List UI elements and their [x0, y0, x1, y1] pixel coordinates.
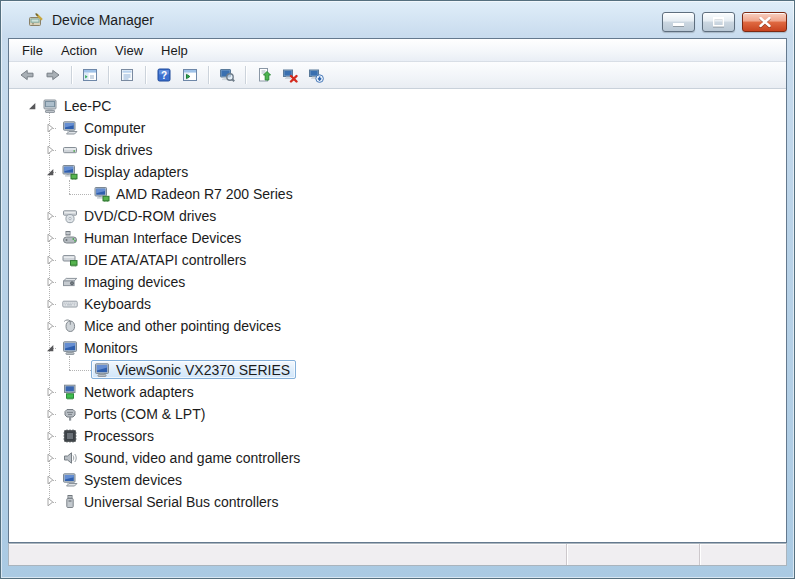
menu-view[interactable]: View [106, 40, 152, 61]
tree-item-content[interactable]: IDE ATA/ATAPI controllers [59, 250, 252, 269]
device-tree[interactable]: Lee-PCComputerDisk drivesDisplay adapter… [9, 89, 786, 542]
port-icon [62, 406, 78, 422]
expander-collapsed-icon[interactable] [45, 497, 55, 507]
properties-button[interactable] [115, 64, 139, 86]
client-area: FileActionViewHelp ? Lee-PCComputerDisk … [8, 38, 787, 543]
tree-item-monitors[interactable]: Monitors [9, 337, 786, 359]
tree-item-content[interactable]: System devices [59, 470, 188, 489]
expander-collapsed-icon[interactable] [45, 255, 55, 265]
tree-item-label: Mice and other pointing devices [84, 318, 281, 334]
close-button[interactable] [742, 12, 787, 32]
expander-expanded-icon[interactable] [45, 343, 55, 353]
help-icon: ? [156, 67, 172, 83]
toolbar-separator [145, 66, 146, 84]
update-driver-icon [256, 67, 272, 83]
show-console-tree-button[interactable] [78, 64, 102, 86]
toolbar-separator [208, 66, 209, 84]
tree-item-content[interactable]: Human Interface Devices [59, 228, 247, 247]
maximize-icon [712, 17, 725, 28]
tree-item-amd-radeon-r7-200-series[interactable]: AMD Radeon R7 200 Series [9, 183, 786, 205]
tree-item-label: Computer [84, 120, 145, 136]
tree-item-content[interactable]: Imaging devices [59, 272, 191, 291]
expander-collapsed-icon[interactable] [45, 387, 55, 397]
disable-icon [308, 67, 324, 83]
menu-file[interactable]: File [13, 40, 52, 61]
tree-item-label: AMD Radeon R7 200 Series [116, 186, 293, 202]
tree-item-content[interactable]: Mice and other pointing devices [59, 316, 287, 335]
tree-item-content[interactable]: Ports (COM & LPT) [59, 404, 211, 423]
tree-item-imaging-devices[interactable]: Imaging devices [9, 271, 786, 293]
expander-expanded-icon[interactable] [27, 101, 37, 111]
expander-collapsed-icon[interactable] [45, 321, 55, 331]
expander-collapsed-icon[interactable] [45, 453, 55, 463]
back-button[interactable] [15, 64, 39, 86]
toolbar-separator [245, 66, 246, 84]
tree-item-content[interactable]: Network adapters [59, 382, 200, 401]
expander-collapsed-icon[interactable] [45, 145, 55, 155]
tree-item-content[interactable]: Lee-PC [39, 96, 117, 115]
tree-item-viewsonic-vx2370-series[interactable]: ViewSonic VX2370 SERIES [9, 359, 786, 381]
tree-item-mice-and-other-pointing-devices[interactable]: Mice and other pointing devices [9, 315, 786, 337]
statusbar-section [567, 544, 699, 565]
tree-item-label: Keyboards [84, 296, 151, 312]
tree-item-content[interactable]: Processors [59, 426, 160, 445]
statusbar-section [9, 544, 566, 565]
minimize-button[interactable] [662, 12, 695, 32]
expander-expanded-icon[interactable] [45, 167, 55, 177]
tree-item-keyboards[interactable]: Keyboards [9, 293, 786, 315]
expander-collapsed-icon[interactable] [45, 233, 55, 243]
ide-controller-icon [62, 252, 78, 268]
tree-item-content[interactable]: AMD Radeon R7 200 Series [91, 184, 299, 203]
tree-item-computer[interactable]: Computer [9, 117, 786, 139]
expander-collapsed-icon[interactable] [45, 475, 55, 485]
tree-item-system-devices[interactable]: System devices [9, 469, 786, 491]
tree-item-content[interactable]: Disk drives [59, 140, 158, 159]
tree-item-label: Ports (COM & LPT) [84, 406, 205, 422]
system-device-icon [62, 472, 78, 488]
close-icon [758, 17, 772, 28]
maximize-button[interactable] [702, 12, 735, 32]
tree-item-content[interactable]: Universal Serial Bus controllers [59, 492, 285, 511]
tree-item-sound-video-and-game-controllers[interactable]: Sound, video and game controllers [9, 447, 786, 469]
menubar: FileActionViewHelp [9, 39, 786, 62]
tree-item-dvd-cd-rom-drives[interactable]: DVD/CD-ROM drives [9, 205, 786, 227]
display-adapter-icon [62, 164, 78, 180]
expander-collapsed-icon[interactable] [45, 277, 55, 287]
expander-collapsed-icon[interactable] [45, 211, 55, 221]
help-button[interactable]: ? [152, 64, 176, 86]
menu-help[interactable]: Help [152, 40, 197, 61]
uninstall-icon [282, 67, 298, 83]
menu-action[interactable]: Action [52, 40, 106, 61]
disable-device-button[interactable] [304, 64, 328, 86]
tree-item-content[interactable]: Computer [59, 118, 151, 137]
tree-item-human-interface-devices[interactable]: Human Interface Devices [9, 227, 786, 249]
forward-button[interactable] [41, 64, 65, 86]
selected-tree-item-content[interactable]: ViewSonic VX2370 SERIES [91, 360, 296, 379]
uninstall-device-button[interactable] [278, 64, 302, 86]
tree-item-lee-pc[interactable]: Lee-PC [9, 95, 786, 117]
expander-collapsed-icon[interactable] [45, 409, 55, 419]
tree-item-disk-drives[interactable]: Disk drives [9, 139, 786, 161]
device-manager-icon [28, 12, 44, 28]
tree-item-content[interactable]: Display adapters [59, 162, 194, 181]
svg-text:?: ? [161, 70, 167, 81]
tree-item-universal-serial-bus-controllers[interactable]: Universal Serial Bus controllers [9, 491, 786, 513]
tree-item-content[interactable]: Sound, video and game controllers [59, 448, 306, 467]
expander-collapsed-icon[interactable] [45, 299, 55, 309]
tree-item-content[interactable]: Keyboards [59, 294, 157, 313]
tree-item-ide-ata-atapi-controllers[interactable]: IDE ATA/ATAPI controllers [9, 249, 786, 271]
update-driver-button[interactable] [252, 64, 276, 86]
expander-collapsed-icon[interactable] [45, 431, 55, 441]
tree-item-label: Monitors [84, 340, 138, 356]
tree-item-network-adapters[interactable]: Network adapters [9, 381, 786, 403]
tree-item-content[interactable]: Monitors [59, 338, 144, 357]
tree-item-display-adapters[interactable]: Display adapters [9, 161, 786, 183]
tree-item-content[interactable]: DVD/CD-ROM drives [59, 206, 222, 225]
usb-controller-icon [62, 494, 78, 510]
scan-hardware-changes-button[interactable] [215, 64, 239, 86]
expander-collapsed-icon[interactable] [45, 123, 55, 133]
tree-item-processors[interactable]: Processors [9, 425, 786, 447]
computer-root-icon [42, 98, 58, 114]
tree-item-ports-com-lpt[interactable]: Ports (COM & LPT) [9, 403, 786, 425]
show-action-pane-button[interactable] [178, 64, 202, 86]
